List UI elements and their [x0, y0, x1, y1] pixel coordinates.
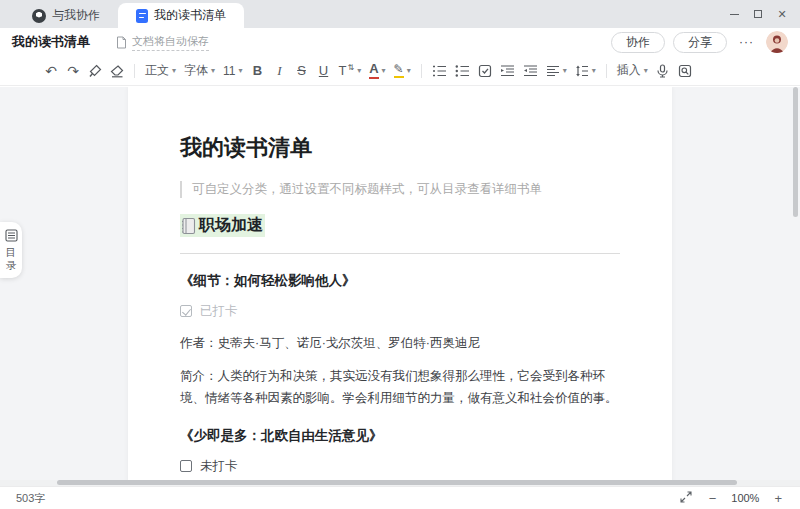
zoom-out-button[interactable]: − [707, 491, 719, 506]
zoom-level: 100% [731, 492, 759, 504]
format-painter-icon [88, 64, 102, 78]
status-bar: 503字 − 100% + [0, 486, 800, 509]
highlight-color-dropdown[interactable]: ✎ ▾ [390, 60, 415, 82]
minimize-icon [730, 14, 739, 15]
font-family-dropdown[interactable]: 字体 ▾ [180, 60, 219, 82]
font-color-dropdown[interactable]: A ▾ [365, 60, 389, 82]
book-title[interactable]: 《细节：如何轻松影响他人》 [180, 272, 620, 290]
chevron-down-icon: ▾ [563, 67, 567, 75]
paragraph-style-value: 正文 [145, 62, 169, 79]
book-entry: 《细节：如何轻松影响他人》 已打卡 作者：史蒂夫·马丁、诺厄·戈尔茨坦、罗伯特·… [180, 272, 620, 409]
book-entry: 《少即是多：北欧自由生活意见》 未打卡 作者：本田直之 简介：社会价值观的转变不… [180, 427, 620, 482]
strikethrough-button[interactable]: S [291, 60, 313, 82]
collaborate-button[interactable]: 协作 [611, 32, 665, 53]
bold-button[interactable]: B [247, 60, 269, 82]
text-case-dropdown[interactable]: T⇅ ▾ [335, 60, 366, 82]
redo-icon: ↷ [67, 64, 79, 78]
doc-heading[interactable]: 我的读书清单 [180, 133, 620, 163]
font-size-value: 11 [223, 64, 235, 78]
avatar-image [766, 31, 788, 53]
document-canvas: 我的读书清单 可自定义分类，通过设置不同标题样式，可从目录查看详细书单 职场加速… [0, 87, 800, 481]
section-divider [180, 253, 620, 254]
book-intro[interactable]: 简介：人类的行为和决策，其实远没有我们想象得那么理性，它会受到各种环境、情绪等各… [180, 365, 620, 409]
chevron-down-icon: ▾ [357, 67, 361, 75]
doc-icon [136, 9, 148, 23]
close-button[interactable]: ✕ [770, 0, 794, 28]
italic-button[interactable]: I [269, 60, 291, 82]
fit-window-button[interactable] [678, 491, 694, 506]
outdent-icon [500, 64, 515, 78]
ordered-list-button[interactable] [428, 60, 451, 82]
book-status-row: 已打卡 [180, 303, 620, 320]
underline-icon: U [319, 63, 328, 78]
autosave-label[interactable]: 文档将自动保存 [132, 34, 209, 51]
undo-button[interactable]: ↶ [40, 60, 62, 82]
horizontal-scrollbar-thumb[interactable] [57, 480, 737, 485]
italic-icon: I [277, 63, 281, 79]
minimize-button[interactable] [722, 0, 746, 28]
ordered-list-icon [432, 64, 447, 78]
line-spacing-dropdown[interactable]: ▾ [571, 60, 600, 82]
tab-collab-space[interactable]: 与我协作 [14, 3, 118, 28]
microphone-icon [656, 64, 669, 78]
chevron-down-icon: ▾ [382, 67, 386, 75]
zoom-in-button[interactable]: + [772, 491, 784, 506]
find-replace-button[interactable] [674, 60, 696, 82]
tab-document[interactable]: 我的读书清单 [118, 3, 244, 28]
underline-button[interactable]: U [313, 60, 335, 82]
header-actions: 协作 分享 ··· [611, 31, 788, 53]
voice-input-button[interactable] [652, 60, 674, 82]
fit-window-icon [680, 491, 692, 503]
book-title[interactable]: 《少即是多：北欧自由生活意见》 [180, 427, 620, 445]
chevron-down-icon: ▾ [211, 67, 215, 75]
format-painter-button[interactable] [84, 60, 106, 82]
insert-label: 插入 [617, 62, 641, 79]
eraser-icon [110, 64, 124, 78]
bullet-list-icon [455, 64, 470, 78]
alignment-dropdown[interactable]: ▾ [542, 60, 571, 82]
document-title: 我的读书清单 [12, 33, 90, 51]
checkbox-unchecked-icon[interactable] [180, 460, 192, 472]
document-page[interactable]: 我的读书清单 可自定义分类，通过设置不同标题样式，可从目录查看详细书单 职场加速… [128, 87, 672, 481]
align-left-icon [546, 64, 560, 78]
toc-list-icon [5, 229, 18, 242]
maximize-button[interactable] [746, 0, 770, 28]
more-button[interactable]: ··· [735, 35, 758, 49]
redo-button[interactable]: ↷ [62, 60, 84, 82]
bullet-list-button[interactable] [451, 60, 474, 82]
collab-space-icon [32, 9, 46, 23]
line-spacing-icon [575, 64, 589, 78]
user-avatar[interactable] [766, 31, 788, 53]
font-family-value: 字体 [184, 62, 208, 79]
doc-subtitle-quote[interactable]: 可自定义分类，通过设置不同标题样式，可从目录查看详细书单 [180, 181, 620, 198]
clear-format-button[interactable] [106, 60, 128, 82]
doc-section-heading[interactable]: 职场加速 [180, 214, 620, 239]
strikethrough-icon: S [297, 63, 306, 78]
task-list-button[interactable] [474, 60, 496, 82]
document-header: 我的读书清单 文档将自动保存 协作 分享 ··· [0, 28, 800, 56]
decrease-indent-button[interactable] [496, 60, 519, 82]
book-status-label[interactable]: 已打卡 [200, 303, 238, 320]
paragraph-style-dropdown[interactable]: 正文 ▾ [141, 60, 180, 82]
task-checkbox-icon [478, 64, 492, 78]
toc-label: 目录 [5, 246, 17, 272]
find-replace-icon [678, 64, 692, 78]
book-author[interactable]: 作者：史蒂夫·马丁、诺厄·戈尔茨坦、罗伯特·西奥迪尼 [180, 332, 620, 354]
book-status-row: 未打卡 [180, 458, 620, 475]
toc-toggle[interactable]: 目录 [0, 222, 22, 278]
highlight-pen-icon: ✎ [394, 63, 404, 78]
toolbar-divider [134, 64, 135, 78]
book-status-label[interactable]: 未打卡 [200, 458, 238, 475]
vertical-scrollbar[interactable] [793, 87, 798, 217]
insert-dropdown[interactable]: 插入 ▾ [613, 60, 652, 82]
maximize-icon [754, 10, 762, 18]
toolbar-divider [421, 64, 422, 78]
chevron-down-icon: ▾ [407, 67, 411, 75]
font-size-dropdown[interactable]: 11 ▾ [219, 60, 246, 82]
checkbox-checked-icon[interactable] [180, 305, 192, 317]
share-button[interactable]: 分享 [673, 32, 727, 53]
chevron-down-icon: ▾ [239, 67, 243, 75]
increase-indent-button[interactable] [519, 60, 542, 82]
section-highlight: 职场加速 [180, 214, 265, 237]
notebook-icon [180, 217, 197, 235]
